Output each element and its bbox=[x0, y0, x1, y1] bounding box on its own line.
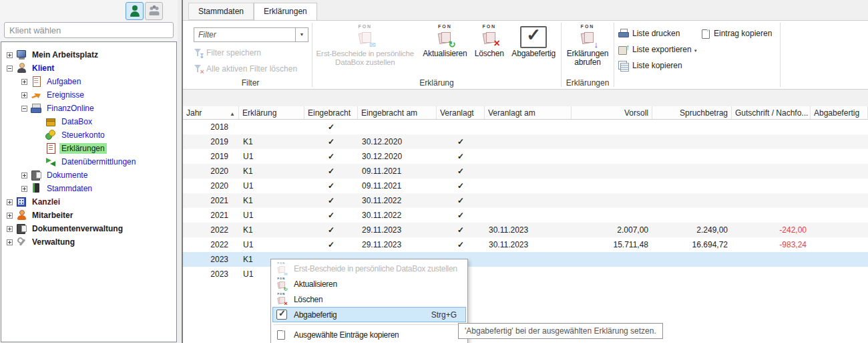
fon-refresh-icon: FON bbox=[274, 277, 290, 292]
expand-plus-icon[interactable] bbox=[21, 79, 27, 85]
refresh-icon bbox=[448, 40, 455, 49]
filter-save-button[interactable]: Filter speichern bbox=[194, 46, 261, 60]
client-view-button[interactable] bbox=[126, 2, 144, 20]
table-row[interactable]: 2020U109.11.2021 bbox=[183, 179, 868, 193]
sidebar-item-verwaltung[interactable]: Verwaltung bbox=[1, 235, 176, 249]
table-row[interactable]: 2019K130.12.2020 bbox=[183, 134, 868, 149]
expand-plus-icon[interactable] bbox=[21, 186, 27, 192]
table-row[interactable]: 2022K129.11.202330.11.20232.007,002.249,… bbox=[183, 223, 868, 237]
expand-plus-icon[interactable] bbox=[7, 226, 13, 232]
client-search-input[interactable] bbox=[4, 22, 174, 38]
ribbon-button-label: Aktualisieren bbox=[423, 49, 467, 58]
column-header-gutschrift[interactable]: Gutschrift / Nachfo... bbox=[732, 106, 811, 119]
sidebar-item-stammdaten[interactable]: Stammdaten bbox=[1, 182, 176, 195]
expand-plus-icon[interactable] bbox=[7, 199, 13, 205]
sidebar-item-label: Dokumente bbox=[45, 170, 89, 181]
sidebar-item-erklaerungen[interactable]: Erklärungen bbox=[1, 142, 176, 155]
sidebar-item-finanzonline[interactable]: FinanzOnline bbox=[1, 102, 176, 115]
column-header-eingebracht_am[interactable]: Eingebracht am bbox=[358, 106, 437, 119]
ribbon-button-label: Liste drucken bbox=[632, 29, 680, 38]
filter-combo[interactable]: Filter bbox=[194, 27, 308, 42]
column-header-abgabefertig[interactable]: Abgabefertig bbox=[811, 106, 868, 119]
table-row[interactable]: 2021U130.11.2022 bbox=[183, 208, 868, 223]
table-row[interactable]: 2019U130.12.2020 bbox=[183, 149, 868, 164]
ribbon-button-abgabefertig[interactable]: Abgabefertig bbox=[506, 21, 561, 77]
table-row[interactable]: 2021K130.11.2022 bbox=[183, 193, 868, 208]
ribbon-button-loeschen[interactable]: FON Löschen bbox=[472, 21, 506, 77]
sidebar-item-ereignisse[interactable]: Ereignisse bbox=[1, 88, 176, 102]
ribbon-button-label: Abgabefertig bbox=[511, 49, 556, 58]
expand-plus-icon[interactable] bbox=[7, 52, 13, 58]
tab-bar: StammdatenErklärungen bbox=[183, 0, 868, 20]
ribbon-button-liste-exportieren[interactable]: Liste exportieren bbox=[618, 42, 698, 57]
filter-clear-button[interactable]: Alle aktiven Filter löschen bbox=[194, 62, 297, 76]
fon-delete-icon: FON bbox=[274, 292, 290, 307]
expand-plus-icon[interactable] bbox=[7, 213, 13, 219]
sidebar-item-mein-arbeitsplatz[interactable]: Mein Arbeitsplatz bbox=[1, 48, 176, 62]
sidebar-item-dokumentenverwaltung[interactable]: Dokumentenverwaltung bbox=[1, 222, 176, 235]
table-row[interactable]: 2018 bbox=[183, 120, 868, 134]
ribbon-button-erstbescheide[interactable]: FON Erst-Bescheide in persönliche DataBo… bbox=[312, 21, 418, 77]
fon-letters: FON bbox=[274, 292, 288, 296]
save-arrow-icon bbox=[199, 53, 204, 60]
sidebar-splitter[interactable] bbox=[178, 0, 183, 343]
cell-eingebracht_am bbox=[358, 120, 437, 134]
checkmark-icon bbox=[457, 211, 464, 220]
ribbon-button-label: Erklärungen abrufen bbox=[562, 49, 614, 67]
column-header-vorsoll[interactable]: Vorsoll bbox=[572, 106, 652, 119]
column-header-spruchbetrag[interactable]: Spruchbetrag bbox=[652, 106, 732, 119]
menu-item-loeschen[interactable]: FONLöschen bbox=[272, 292, 466, 307]
menu-item-eintraege-kopieren[interactable]: Ausgewählte Einträge kopieren bbox=[272, 327, 466, 342]
menu-item-label: Ausgewählte Einträge kopieren bbox=[294, 330, 399, 340]
sidebar-item-steuerkonto[interactable]: Steuerkonto bbox=[1, 128, 176, 142]
collapse-minus-icon[interactable] bbox=[21, 106, 27, 112]
cell-abgabefertig bbox=[811, 120, 868, 134]
fon-delete-icon: FON bbox=[274, 292, 288, 306]
collapse-minus-icon[interactable] bbox=[7, 66, 13, 72]
checkmark-icon bbox=[328, 152, 335, 161]
cabinet-icon bbox=[31, 170, 42, 181]
menu-item-abgabefertig[interactable]: AbgabefertigStrg+G bbox=[272, 307, 466, 322]
sidebar-item-databox[interactable]: DataBox bbox=[1, 115, 176, 128]
sidebar-item-kanzlei[interactable]: Kanzlei bbox=[1, 195, 176, 209]
column-header-eingebracht[interactable]: Eingebracht bbox=[304, 106, 358, 119]
cell-veranlagt bbox=[437, 179, 485, 193]
sidebar-item-klient[interactable]: Klient bbox=[1, 62, 176, 75]
fon-databox-icon-overlay bbox=[284, 271, 287, 276]
cell-veranlagt_am bbox=[485, 120, 572, 134]
chevron-down-icon[interactable] bbox=[295, 28, 308, 41]
cell-eingebracht_am: 09.11.2021 bbox=[358, 164, 437, 179]
ribbon-button-erklaerungen-abrufen[interactable]: FON Erklärungen abrufen bbox=[562, 21, 614, 77]
group-view-button[interactable] bbox=[145, 2, 163, 20]
sidebar-item-mitarbeiter[interactable]: Mitarbeiter bbox=[1, 209, 176, 222]
person-icon bbox=[16, 63, 27, 74]
cell-abgabefertig bbox=[811, 179, 868, 193]
expand-plus-icon[interactable] bbox=[7, 239, 13, 245]
table-row[interactable]: 2020K109.11.2021 bbox=[183, 164, 868, 179]
menu-item-aktualisieren[interactable]: FONAktualisieren bbox=[272, 276, 466, 292]
expander-slot bbox=[20, 106, 28, 112]
sidebar-item-aufgaben[interactable]: Aufgaben bbox=[1, 75, 176, 88]
tab-erklaerungen[interactable]: Erklärungen bbox=[254, 3, 317, 20]
tab-stammdaten[interactable]: Stammdaten bbox=[188, 3, 254, 20]
cell-erklaerung: K1 bbox=[239, 193, 304, 208]
checkmark-icon bbox=[328, 166, 335, 176]
ribbon-button-liste-drucken[interactable]: Liste drucken bbox=[618, 26, 680, 41]
column-header-erklaerung[interactable]: Erklärung bbox=[239, 106, 304, 119]
checkmark-icon bbox=[328, 196, 335, 205]
column-header-jahr[interactable]: Jahr bbox=[183, 106, 239, 119]
table-row[interactable]: 2022U129.11.202330.11.202315.711,4816.69… bbox=[183, 237, 868, 252]
ribbon-button-aktualisieren[interactable]: FON Aktualisieren bbox=[418, 21, 473, 77]
ribbon-button-eintrag-kopieren[interactable]: Eintrag kopieren bbox=[701, 26, 772, 41]
cell-vorsoll bbox=[572, 134, 652, 149]
sidebar-item-datenuebermittlungen[interactable]: Datenübermittlungen bbox=[1, 155, 176, 168]
column-header-label: Abgabefertig bbox=[814, 108, 859, 118]
menu-separator bbox=[274, 324, 465, 325]
sidebar-item-dokumente[interactable]: Dokumente bbox=[1, 168, 176, 182]
expand-plus-icon[interactable] bbox=[21, 92, 27, 98]
expand-plus-icon[interactable] bbox=[21, 173, 27, 179]
column-header-veranlagt_am[interactable]: Veranlagt am bbox=[485, 106, 572, 119]
column-header-label: Gutschrift / Nachfo... bbox=[735, 108, 808, 118]
column-header-veranlagt[interactable]: Veranlagt bbox=[437, 106, 485, 119]
ribbon-button-liste-kopieren[interactable]: Liste kopieren bbox=[618, 58, 682, 73]
